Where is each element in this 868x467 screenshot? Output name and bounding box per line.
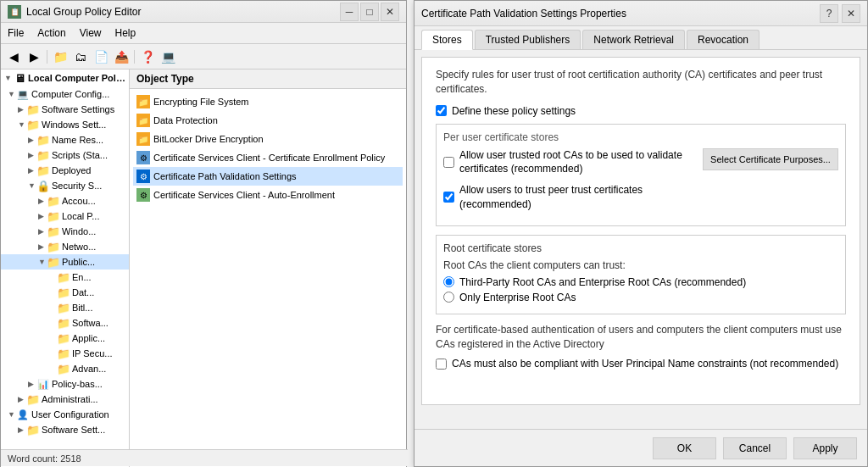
tree-user-config[interactable]: ▼ 👤 User Configuration xyxy=(1,407,129,422)
policy-item-cert-services[interactable]: ⚙ Certificate Services Client - Certific… xyxy=(133,148,403,167)
cert-store-row-1: Allow user trusted root CAs to be used t… xyxy=(443,148,838,219)
dialog-title-buttons: ? ✕ xyxy=(820,4,860,23)
admin-label: Administrati... xyxy=(42,394,98,404)
tree-policy-based[interactable]: ▶ 📊 Policy-bas... xyxy=(1,376,129,392)
per-user-cert-box: Per user certificate stores Allow user t… xyxy=(436,124,846,226)
policy-item-encrypting[interactable]: 📁 Encrypting File System xyxy=(133,92,403,111)
back-button[interactable]: ◀ xyxy=(4,47,23,66)
cas-comply-checkbox[interactable] xyxy=(436,359,447,370)
minimize-button[interactable]: ─ xyxy=(340,3,359,21)
expand-public: ▼ xyxy=(38,258,47,266)
menu-view[interactable]: View xyxy=(73,25,108,42)
define-policy-checkbox[interactable] xyxy=(436,105,447,116)
tree-softwa[interactable]: 📁 Softwa... xyxy=(1,315,129,331)
computer-button[interactable]: 💻 xyxy=(159,47,177,66)
policy-icon-auto-enroll: ⚙ xyxy=(136,188,150,202)
apply-button[interactable]: Apply xyxy=(793,437,857,459)
dat-label: Dat... xyxy=(72,287,94,297)
cas-comply-label[interactable]: CAs must also be compliant with User Pri… xyxy=(452,358,838,370)
radio-third-party-label[interactable]: Third-Party Root CAs and Enterprise Root… xyxy=(459,276,746,288)
tab-revocation[interactable]: Revocation xyxy=(687,30,760,49)
allow-peer-trust-checkbox[interactable] xyxy=(443,192,454,203)
tree-software-settings[interactable]: ▶ 📁 Software Settings xyxy=(1,102,129,117)
info-text: For certificate-based authentication of … xyxy=(436,323,846,352)
dialog-help-button[interactable]: ? xyxy=(820,4,838,23)
name-res-icon: 📁 xyxy=(36,133,50,147)
tree-scripts[interactable]: ▶ 📁 Scripts (Sta... xyxy=(1,147,129,163)
root-icon: 🖥 xyxy=(13,71,26,85)
public-key-label: Public... xyxy=(62,257,95,267)
radio-third-party[interactable] xyxy=(443,276,454,287)
policy-item-data-protection[interactable]: 📁 Data Protection xyxy=(133,111,403,130)
public-key-icon: 📁 xyxy=(47,255,60,269)
tree-dat[interactable]: 📁 Dat... xyxy=(1,285,129,300)
policy-label-cert-path: Certificate Path Validation Settings xyxy=(153,171,297,181)
policy-based-icon: 📊 xyxy=(36,377,50,391)
allow-trusted-root-checkbox[interactable] xyxy=(443,157,454,168)
tree-local-policies[interactable]: ▶ 📁 Local P... xyxy=(1,208,129,224)
policy-item-bitlocker[interactable]: 📁 BitLocker Drive Encryption xyxy=(133,130,403,148)
windows-settings-icon: 📁 xyxy=(26,118,40,131)
tree-name-resolution[interactable]: ▶ 📁 Name Res... xyxy=(1,132,129,147)
bitl-label: Bitl... xyxy=(72,303,92,313)
allow-peer-trust-label[interactable]: Allow users to trust peer trust certific… xyxy=(459,183,693,212)
policy-item-auto-enroll[interactable]: ⚙ Certificate Services Client - Auto-Enr… xyxy=(133,186,403,204)
tab-stores[interactable]: Stores xyxy=(421,30,473,50)
tree-ip-secu[interactable]: 📁 IP Secu... xyxy=(1,346,129,361)
tree-root[interactable]: ▼ 🖥 Local Computer Polic... xyxy=(1,69,129,86)
tree-security-settings[interactable]: ▼ 🔒 Security S... xyxy=(1,178,129,193)
export-button[interactable]: 📤 xyxy=(112,47,131,66)
forward-button[interactable]: ▶ xyxy=(25,47,43,66)
tree-windows-settings[interactable]: ▼ 📁 Windows Sett... xyxy=(1,117,129,132)
folder2-button[interactable]: 🗂 xyxy=(71,47,90,66)
tree-admin-templates[interactable]: ▶ 📁 Administrati... xyxy=(1,392,129,407)
tree-public-key[interactable]: ▼ 📁 Public... xyxy=(1,254,129,270)
cancel-button[interactable]: Cancel xyxy=(723,437,787,459)
toolbar: ◀ ▶ 📁 🗂 📄 📤 ❓ 💻 xyxy=(1,44,406,69)
allow-trusted-root-label[interactable]: Allow user trusted root CAs to be used t… xyxy=(459,148,693,177)
local-policies-label: Local P... xyxy=(62,211,99,221)
tree-advan[interactable]: 📁 Advan... xyxy=(1,361,129,376)
tree-windows-firewall[interactable]: ▶ 📁 Windo... xyxy=(1,224,129,239)
expand-root: ▼ xyxy=(4,74,13,82)
policy-list: 📁 Encrypting File System 📁 Data Protecti… xyxy=(130,89,406,208)
advan-icon: 📁 xyxy=(57,362,70,375)
expand-computer: ▼ xyxy=(8,90,16,98)
menu-help[interactable]: Help xyxy=(108,25,143,42)
dialog-title-bar: Certificate Path Validation Settings Pro… xyxy=(415,1,867,26)
dat-icon: 📁 xyxy=(57,286,70,299)
tree-account[interactable]: ▶ 📁 Accou... xyxy=(1,193,129,208)
user-software-icon: 📁 xyxy=(26,423,40,436)
radio-enterprise-only-label[interactable]: Only Enterprise Root CAs xyxy=(459,292,576,303)
policy-label-encrypting: Encrypting File System xyxy=(153,97,248,107)
policy-label-data-protection: Data Protection xyxy=(153,115,218,125)
per-user-cert-label: Per user certificate stores xyxy=(443,131,838,143)
cas-comply-row: CAs must also be compliant with User Pri… xyxy=(436,358,846,370)
close-button[interactable]: ✕ xyxy=(381,3,399,21)
tree-deployed[interactable]: ▶ 📁 Deployed xyxy=(1,163,129,178)
select-cert-purposes-button[interactable]: Select Certificate Purposes... xyxy=(703,148,838,170)
dialog-close-button[interactable]: ✕ xyxy=(842,4,860,23)
security-icon: 🔒 xyxy=(36,179,50,192)
name-res-label: Name Res... xyxy=(52,135,103,145)
ok-button[interactable]: OK xyxy=(653,437,716,459)
tree-bitl[interactable]: 📁 Bitl... xyxy=(1,300,129,315)
policy-item-cert-path[interactable]: ⚙ Certificate Path Validation Settings xyxy=(133,167,403,186)
maximize-button[interactable]: □ xyxy=(360,3,379,21)
define-policy-label[interactable]: Define these policy settings xyxy=(452,105,576,117)
tree-computer-config[interactable]: ▼ 💻 Computer Config... xyxy=(1,86,129,102)
expand-user: ▼ xyxy=(8,410,16,419)
dialog-footer: OK Cancel Apply xyxy=(415,429,867,466)
tree-network[interactable]: ▶ 📁 Netwo... xyxy=(1,239,129,254)
doc-button[interactable]: 📄 xyxy=(92,47,110,66)
tab-trusted-publishers[interactable]: Trusted Publishers xyxy=(475,30,581,49)
folder-button[interactable]: 📁 xyxy=(51,47,70,66)
menu-file[interactable]: File xyxy=(1,25,31,42)
tree-applic[interactable]: 📁 Applic... xyxy=(1,331,129,346)
menu-action[interactable]: Action xyxy=(31,25,72,42)
tree-en[interactable]: 📁 En... xyxy=(1,270,129,285)
radio-enterprise-only[interactable] xyxy=(443,292,454,303)
tab-network-retrieval[interactable]: Network Retrieval xyxy=(582,30,685,49)
help-icon-button[interactable]: ❓ xyxy=(138,47,157,66)
tree-user-software[interactable]: ▶ 📁 Software Sett... xyxy=(1,422,129,437)
